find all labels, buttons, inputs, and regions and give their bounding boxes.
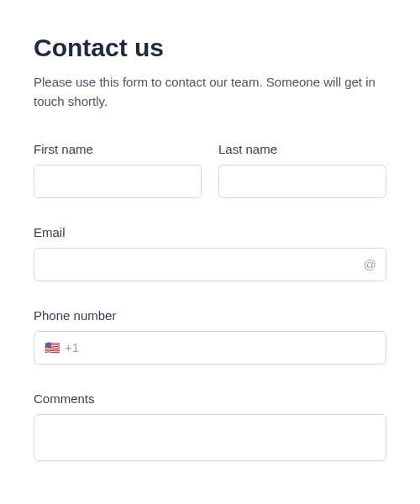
name-row: First name Last name [34,142,386,198]
comments-label: Comments [34,391,386,406]
page-subtitle: Please use this form to contact our team… [34,72,386,112]
email-input-wrapper: @ [34,248,386,281]
last-name-label: Last name [218,142,386,156]
first-name-label: First name [34,142,202,156]
email-field: Email @ [34,225,386,281]
phone-input[interactable] [79,340,375,354]
first-name-input[interactable] [34,165,202,198]
email-input[interactable] [34,248,386,281]
comments-input[interactable] [34,414,386,461]
comments-field: Comments [34,391,386,461]
last-name-input[interactable] [218,165,386,198]
phone-label: Phone number [34,308,386,323]
last-name-field: Last name [218,142,386,198]
page-title: Contact us [34,34,386,62]
dial-code: +1 [65,340,79,354]
email-label: Email [34,225,386,239]
flag-icon[interactable]: 🇺🇸 [45,340,60,355]
phone-field: Phone number 🇺🇸 +1 [34,308,386,365]
first-name-field: First name [34,142,202,198]
phone-input-wrapper[interactable]: 🇺🇸 +1 [34,331,386,365]
